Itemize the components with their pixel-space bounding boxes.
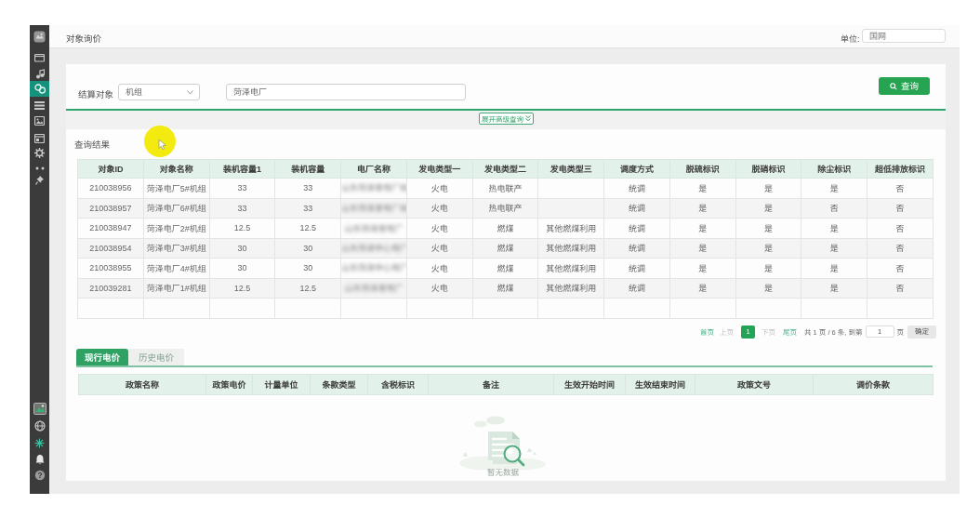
svg-text:?: ? (37, 471, 42, 480)
